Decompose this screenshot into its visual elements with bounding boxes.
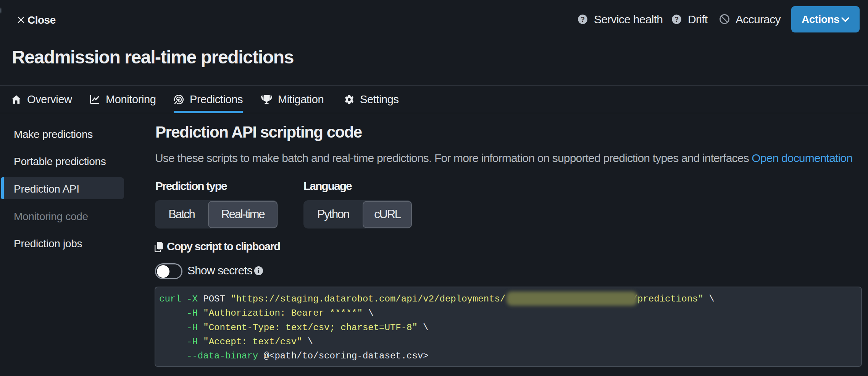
- svg-text:?: ?: [581, 16, 585, 23]
- svg-text:?: ?: [674, 16, 679, 23]
